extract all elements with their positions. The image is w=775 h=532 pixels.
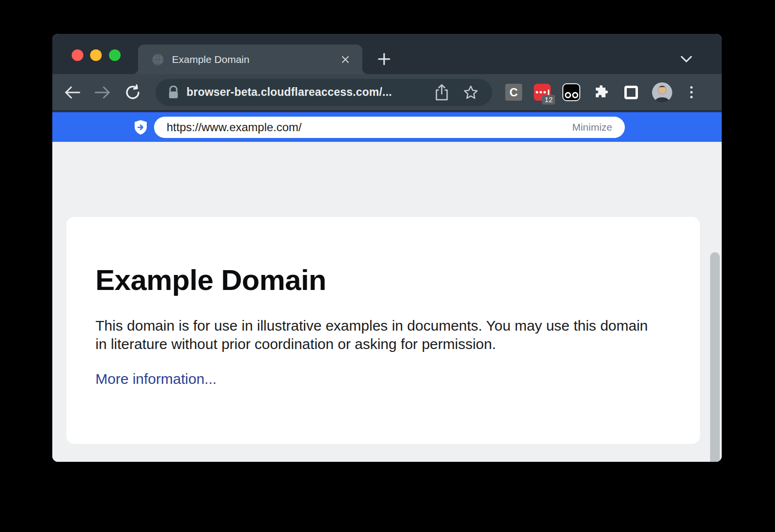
new-tab-button[interactable]: [376, 51, 392, 67]
globe-icon: [152, 53, 164, 66]
chevron-down-icon[interactable]: [678, 52, 695, 66]
close-window-button[interactable]: [72, 49, 83, 61]
profile-avatar[interactable]: [652, 82, 672, 103]
dot: [540, 91, 542, 93]
extension-badge: 12: [542, 95, 555, 105]
minimize-bar-button[interactable]: Minimize: [572, 122, 612, 133]
extensions-puzzle-icon[interactable]: [592, 83, 610, 102]
bookmark-star-icon[interactable]: [462, 84, 480, 101]
scrollbar-thumb[interactable]: [710, 252, 720, 462]
extension-red-icon[interactable]: 12: [534, 84, 551, 101]
page-body-text: This domain is for use in illustrative e…: [95, 317, 660, 353]
browser-toolbar: browser-beta.cloudflareaccess.com/... C: [52, 74, 722, 111]
share-icon[interactable]: [433, 84, 450, 101]
lens: [572, 92, 578, 98]
dot: [536, 91, 538, 93]
isolation-bar: https://www.example.com/ Minimize: [52, 111, 722, 142]
address-bar-url[interactable]: browser-beta.cloudflareaccess.com/...: [186, 86, 433, 99]
toolbar-right-cluster: C 12: [505, 74, 698, 110]
isolation-shield-icon: [134, 120, 147, 135]
browser-window: Example Domain: [52, 34, 722, 462]
tab-close-icon[interactable]: [339, 53, 352, 66]
zoom-window-button[interactable]: [109, 49, 121, 61]
isolation-url-input[interactable]: https://www.example.com/ Minimize: [154, 117, 625, 138]
reload-button[interactable]: [122, 82, 143, 103]
tab-example-domain[interactable]: Example Domain: [138, 45, 362, 74]
page-title: Example Domain: [95, 263, 326, 297]
tab-strip: Example Domain: [52, 34, 722, 74]
menu-kebab-icon[interactable]: [684, 86, 698, 98]
cursor-bar: [548, 90, 549, 95]
content-card: Example Domain This domain is for use in…: [66, 217, 700, 444]
isolation-url-value[interactable]: https://www.example.com/: [167, 121, 572, 134]
tab-title: Example Domain: [172, 54, 339, 65]
forward-button[interactable]: [92, 82, 113, 103]
page-viewport: Example Domain This domain is for use in…: [52, 142, 722, 462]
back-button[interactable]: [62, 82, 83, 103]
extension-glasses-icon[interactable]: [562, 83, 580, 101]
extension-c-icon[interactable]: C: [505, 84, 522, 101]
address-bar[interactable]: browser-beta.cloudflareaccess.com/...: [155, 79, 492, 106]
dot: [543, 91, 546, 93]
side-panel-icon[interactable]: [622, 83, 640, 102]
lens: [565, 92, 571, 98]
minimize-window-button[interactable]: [90, 49, 102, 61]
lock-icon: [168, 86, 179, 99]
more-information-link[interactable]: More information...: [95, 371, 217, 387]
